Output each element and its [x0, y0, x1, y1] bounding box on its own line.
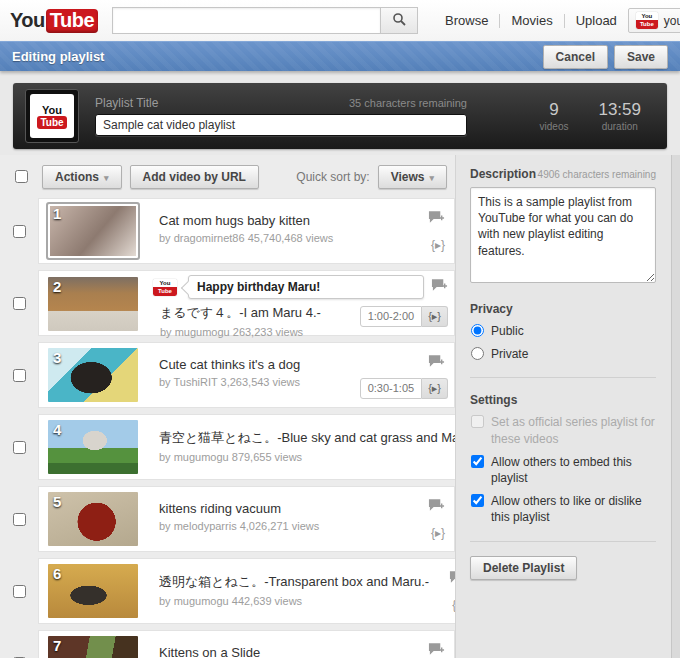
- video-thumbnail[interactable]: 7: [48, 636, 138, 658]
- video-checkbox[interactable]: [13, 585, 26, 598]
- video-thumbnail[interactable]: 6: [48, 564, 138, 618]
- video-thumbnail[interactable]: 4: [48, 420, 138, 474]
- video-checkbox[interactable]: [13, 369, 26, 382]
- set-clip-icon[interactable]: {▸}: [431, 526, 445, 540]
- nav-movies[interactable]: Movies: [500, 13, 563, 28]
- channel-name: youtubechannel: [664, 14, 680, 28]
- clip-time-range[interactable]: 0:30-1:05: [360, 378, 422, 399]
- video-position: 3: [53, 349, 61, 366]
- search-bar: [112, 7, 418, 34]
- duration-label: duration: [598, 121, 641, 132]
- allow-like-checkbox[interactable]: [471, 494, 484, 507]
- video-thumbnail[interactable]: 2: [48, 277, 138, 331]
- allow-embed-option[interactable]: Allow others to embed this playlist: [470, 454, 656, 486]
- privacy-private-option[interactable]: Private: [470, 346, 656, 362]
- settings-section: Settings Set as official series playlist…: [470, 393, 656, 525]
- video-thumbnail[interactable]: 3: [48, 348, 138, 402]
- add-video-by-url-button[interactable]: Add video by URL: [130, 165, 259, 189]
- playlist-title-input[interactable]: [95, 114, 467, 136]
- add-note-icon[interactable]: [428, 354, 445, 372]
- video-title[interactable]: Cute cat thinks it's a dog: [159, 357, 408, 372]
- add-note-icon[interactable]: [428, 498, 445, 516]
- description-chars-remaining: 4906 characters remaining: [538, 169, 656, 180]
- select-all-checkbox[interactable]: [15, 170, 28, 183]
- video-count-stat: 9 videos: [540, 100, 569, 132]
- clip-time-range[interactable]: 1:00-2:00: [360, 306, 422, 327]
- add-note-icon[interactable]: [428, 210, 445, 228]
- video-position: 5: [53, 493, 61, 510]
- header-nav: Browse Movies Upload: [434, 13, 628, 28]
- privacy-public-option[interactable]: Public: [470, 323, 656, 339]
- set-clip-icon[interactable]: {▸}: [422, 378, 448, 399]
- nav-upload[interactable]: Upload: [565, 13, 628, 28]
- page: YouTube Browse Movies Upload YouTube you…: [0, 0, 680, 658]
- editing-playlist-title: Editing playlist: [12, 49, 104, 64]
- top-header: YouTube Browse Movies Upload YouTube you…: [0, 0, 680, 41]
- editing-action-bar: Editing playlist Cancel Save: [0, 41, 680, 71]
- video-position: 4: [53, 421, 61, 438]
- video-byline: by dragomirnet86 45,740,468 views: [159, 232, 408, 244]
- divider: [470, 377, 656, 378]
- private-radio[interactable]: [471, 347, 484, 360]
- video-position: 1: [53, 205, 61, 222]
- video-byline: by mugumogu 442,639 views: [159, 595, 429, 607]
- video-byline: by mugumogu 879,655 views: [159, 451, 479, 463]
- list-toolbar: Actions▾ Add video by URL Quick sort by:…: [0, 155, 455, 198]
- video-title[interactable]: 青空と猫草とねこ。-Blue sky and cat grass and Mar…: [159, 429, 479, 447]
- scrollbar[interactable]: [671, 155, 680, 658]
- search-input[interactable]: [112, 7, 380, 34]
- add-note-icon[interactable]: [431, 278, 448, 296]
- official-series-checkbox: [471, 415, 484, 428]
- delete-playlist-button[interactable]: Delete Playlist: [470, 556, 577, 580]
- video-position: 7: [53, 637, 61, 654]
- youtube-logo[interactable]: YouTube: [10, 9, 98, 33]
- duration-stat: 13:59 duration: [598, 100, 641, 132]
- logo-you-text: You: [10, 9, 45, 32]
- video-title[interactable]: 透明な箱とねこ。-Transparent box and Maru.-: [159, 573, 429, 591]
- video-row: 3 Cute cat thinks it's a dog by TushiRIT…: [0, 342, 455, 408]
- video-count: 9: [540, 100, 569, 120]
- search-button[interactable]: [380, 7, 418, 34]
- public-radio[interactable]: [471, 324, 484, 337]
- settings-sidebar: Description 4906 characters remaining Th…: [455, 155, 680, 658]
- privacy-section: Privacy Public Private: [470, 302, 656, 362]
- playlist-title-group: Playlist Title 35 characters remaining: [95, 96, 467, 136]
- annotation-input[interactable]: Happy birthday Maru!: [188, 275, 424, 299]
- video-byline: by melodyparris 4,026,271 views: [159, 520, 408, 532]
- quick-sort-label: Quick sort by:: [296, 170, 369, 184]
- video-thumbnail[interactable]: 5: [48, 492, 138, 546]
- playlist-title-label: Playlist Title: [95, 96, 158, 110]
- video-thumbnail[interactable]: 1: [48, 204, 138, 258]
- video-checkbox[interactable]: [13, 513, 26, 526]
- video-title[interactable]: Kittens on a Slide: [159, 645, 408, 658]
- channel-menu-button[interactable]: YouTube youtubechannel ▾: [628, 8, 680, 33]
- save-button[interactable]: Save: [614, 45, 668, 69]
- video-row: 1 Cat mom hugs baby kitten by dragomirne…: [0, 198, 455, 264]
- video-position: 2: [53, 278, 61, 295]
- allow-embed-checkbox[interactable]: [471, 455, 484, 468]
- set-clip-icon[interactable]: {▸}: [431, 238, 445, 252]
- description-textarea[interactable]: This is a sample playlist from YouTube f…: [470, 187, 656, 283]
- cancel-button[interactable]: Cancel: [543, 45, 608, 69]
- video-row: 7 Kittens on a Slide by RockEmMairead 4,…: [0, 630, 455, 658]
- video-checkbox[interactable]: [13, 225, 26, 238]
- video-row: 2 YouTube Happy birthday Maru! まるです４。-I …: [0, 270, 455, 336]
- video-checkbox[interactable]: [13, 297, 26, 310]
- add-note-icon[interactable]: [428, 642, 445, 658]
- video-checkbox[interactable]: [13, 441, 26, 454]
- nav-browse[interactable]: Browse: [434, 13, 499, 28]
- description-label: Description: [470, 167, 536, 181]
- sort-dropdown-button[interactable]: Views▾: [378, 165, 447, 189]
- actions-dropdown-button[interactable]: Actions▾: [42, 165, 122, 189]
- allow-like-option[interactable]: Allow others to like or dislike this pla…: [470, 493, 656, 525]
- video-position: 6: [53, 565, 61, 582]
- set-clip-icon[interactable]: {▸}: [422, 306, 448, 327]
- bar-actions: Cancel Save: [543, 45, 668, 69]
- video-title[interactable]: kittens riding vacuum: [159, 501, 408, 516]
- content: Actions▾ Add video by URL Quick sort by:…: [0, 155, 680, 658]
- video-row: 5 kittens riding vacuum by melodyparris …: [0, 486, 455, 552]
- logo-tube-text: Tube: [46, 9, 98, 33]
- video-title[interactable]: Cat mom hugs baby kitten: [159, 213, 408, 228]
- chevron-down-icon: ▾: [429, 173, 434, 183]
- clip-range-group: 0:30-1:05 {▸}: [360, 378, 448, 399]
